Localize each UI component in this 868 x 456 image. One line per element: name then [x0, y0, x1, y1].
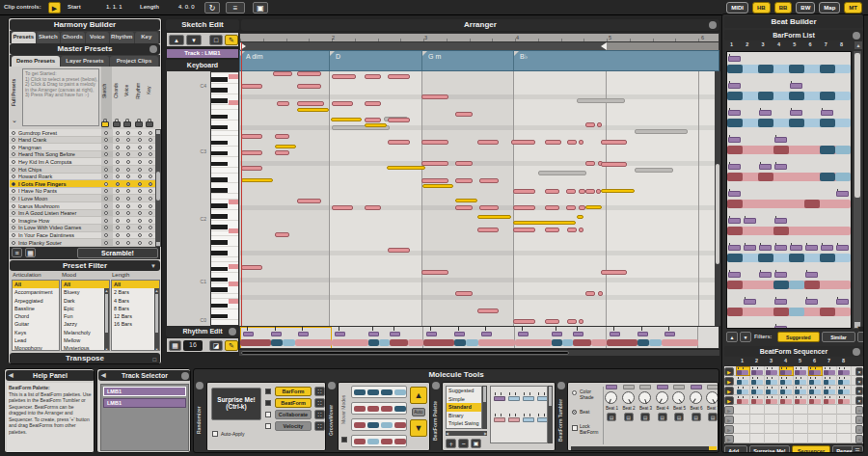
- palette-grid-vscroll[interactable]: [548, 386, 553, 443]
- transpose-expand-icon[interactable]: □: [152, 354, 156, 364]
- layer-radio[interactable]: [126, 146, 130, 149]
- full-presets-strip[interactable]: Full Presets: [11, 68, 20, 117]
- note[interactable]: [513, 228, 535, 232]
- barform-item[interactable]: [727, 297, 851, 322]
- layer-radio[interactable]: [104, 197, 108, 201]
- preset-row[interactable]: Hangman: [10, 144, 155, 151]
- sequencer-cell[interactable]: [765, 376, 779, 386]
- loop-icon[interactable]: ↻: [204, 2, 220, 13]
- note[interactable]: [585, 291, 595, 296]
- note[interactable]: [365, 118, 381, 122]
- preset-radio[interactable]: [12, 197, 15, 201]
- sequencer-cell[interactable]: [823, 424, 837, 434]
- row-delete-button[interactable]: ×: [855, 367, 863, 376]
- row-delete-button[interactable]: ×: [855, 406, 863, 415]
- selected-note[interactable]: [585, 205, 602, 209]
- knob-option-button[interactable]: ▤: [624, 413, 634, 421]
- preset-radio[interactable]: [12, 168, 15, 172]
- palette-item[interactable]: Standard: [447, 403, 481, 412]
- note[interactable]: [332, 205, 353, 210]
- seq-button-add[interactable]: Add...: [724, 445, 747, 453]
- help-icon[interactable]: [229, 328, 236, 335]
- layer-radio[interactable]: [149, 233, 152, 237]
- palette-item[interactable]: Binary: [447, 412, 481, 420]
- row-delete-button[interactable]: ×: [855, 396, 863, 405]
- layer-radio[interactable]: [138, 197, 142, 201]
- mover-strip[interactable]: [351, 418, 407, 431]
- preset-radio[interactable]: [12, 174, 15, 178]
- rhythm-bar[interactable]: [240, 327, 332, 349]
- barform-item[interactable]: [727, 270, 851, 295]
- preset-row[interactable]: I Have No Pants: [10, 188, 155, 196]
- add-palette-button[interactable]: ＋: [446, 439, 456, 448]
- track-header-bar[interactable]: Track : LMB1: [166, 48, 239, 59]
- selected-note[interactable]: [422, 184, 453, 188]
- note[interactable]: [275, 232, 289, 237]
- note[interactable]: [566, 189, 576, 194]
- note[interactable]: [545, 319, 559, 324]
- toggle-checkbox-velocity[interactable]: [265, 423, 271, 429]
- pencil-tool-button[interactable]: ✎: [225, 340, 238, 351]
- beat-knob[interactable]: [706, 391, 719, 404]
- layer-radio[interactable]: [116, 160, 120, 164]
- layer-radio[interactable]: [126, 219, 130, 223]
- note[interactable]: [567, 140, 577, 145]
- layer-radio[interactable]: [149, 219, 152, 223]
- help-icon[interactable]: [557, 382, 565, 389]
- move-down-button[interactable]: ▼: [410, 419, 427, 437]
- mode-button-bb[interactable]: BB: [774, 2, 793, 13]
- filter-item[interactable]: All: [62, 281, 109, 288]
- note[interactable]: [579, 140, 583, 145]
- sequencer-cell[interactable]: [779, 434, 794, 443]
- row-play-button[interactable]: ▶: [724, 406, 734, 415]
- preset-tab-project-clips[interactable]: Project Clips: [110, 56, 158, 67]
- beatform-glyph[interactable]: [508, 392, 520, 402]
- tab-voice[interactable]: Voice: [86, 32, 110, 43]
- filter-item[interactable]: 2 Bars: [112, 288, 159, 296]
- rhythm-bar[interactable]: [423, 327, 515, 349]
- preset-tab-layer-presets[interactable]: Layer Presets: [61, 56, 109, 67]
- selected-note[interactable]: [331, 118, 362, 121]
- color-shade-radio[interactable]: [572, 390, 577, 395]
- layer-radio[interactable]: [104, 233, 108, 237]
- barform-item[interactable]: [727, 81, 851, 106]
- preset-radio[interactable]: [12, 219, 15, 223]
- barform-up-button[interactable]: ▲: [726, 332, 738, 342]
- lock-icon[interactable]: [135, 119, 144, 128]
- sequencer-cell[interactable]: [837, 415, 852, 424]
- play-button[interactable]: ▶: [48, 2, 61, 13]
- layer-radio[interactable]: [116, 168, 120, 172]
- filter-item[interactable]: 16 Bars: [112, 320, 159, 328]
- lock-icon[interactable]: [113, 119, 122, 128]
- layer-radio[interactable]: [116, 189, 120, 193]
- sequencer-cell[interactable]: [823, 376, 837, 386]
- filter-item[interactable]: 8 Bars: [112, 305, 159, 312]
- palette-list-vscroll[interactable]: [482, 386, 487, 429]
- layer-radio[interactable]: [116, 131, 120, 135]
- black-key[interactable]: [211, 77, 228, 82]
- beatform-glyph[interactable]: [494, 414, 505, 423]
- layer-radio[interactable]: [126, 168, 130, 172]
- layer-radio[interactable]: [149, 197, 152, 201]
- note[interactable]: [513, 319, 535, 324]
- filter-item[interactable]: 4 Bars: [112, 297, 159, 305]
- rhythm-beatform[interactable]: [552, 332, 562, 336]
- sequencer-cell[interactable]: [794, 366, 808, 376]
- layer-radio[interactable]: [104, 182, 108, 186]
- octave-up-button[interactable]: ▲: [169, 35, 184, 45]
- mover-strip[interactable]: [351, 435, 407, 447]
- sequencer-cell[interactable]: [736, 376, 750, 386]
- palette-item[interactable]: Simple: [447, 395, 481, 404]
- rhythm-beatform[interactable]: [390, 332, 400, 336]
- sequencer-cell[interactable]: [837, 424, 852, 434]
- black-key[interactable]: [211, 287, 228, 292]
- rhythm-beatform[interactable]: [518, 332, 529, 336]
- note[interactable]: [477, 228, 499, 232]
- tab-key[interactable]: Key: [135, 32, 159, 43]
- layer-radio[interactable]: [149, 152, 152, 156]
- scroll-thumb[interactable]: [155, 294, 158, 333]
- layer-radio[interactable]: [116, 204, 120, 208]
- filter-item[interactable]: Melancholy: [62, 329, 109, 336]
- sequencer-cell[interactable]: [823, 415, 837, 424]
- layer-radio[interactable]: [138, 241, 142, 245]
